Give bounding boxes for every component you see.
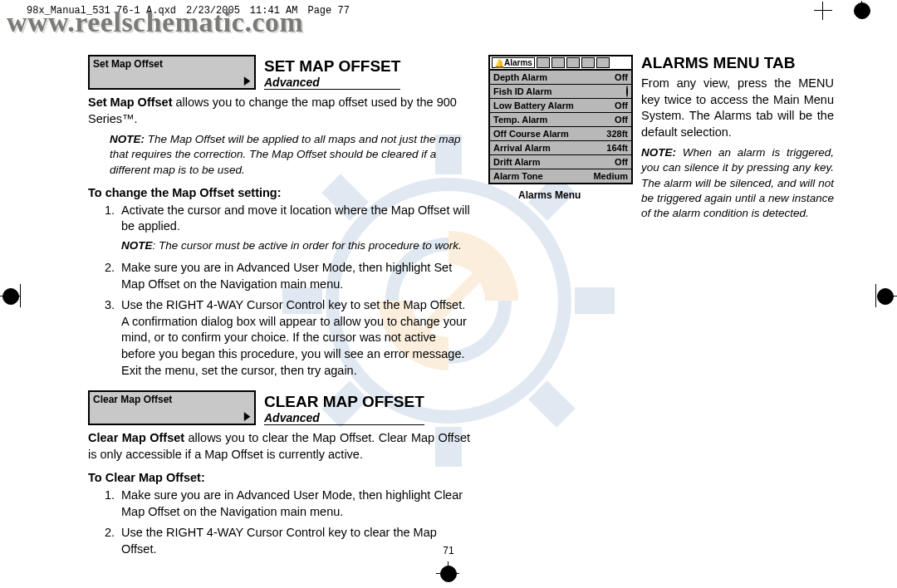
clear-map-offset-menu-illustration: Clear Map Offset ▶ xyxy=(88,390,256,425)
set-map-offset-procedure-head: To change the Map Offset setting: xyxy=(88,186,470,199)
alarms-rows: Depth AlarmOffFish ID AlarmLow Battery A… xyxy=(490,71,631,183)
section-title-set-map-offset: SET MAP OFFSET xyxy=(264,58,400,74)
alarms-menu-block: 🔔 Alarms Depth AlarmOffFish ID AlarmLow … xyxy=(488,55,633,201)
table-row: Alarm ToneMedium xyxy=(490,169,631,183)
table-row: Off Course Alarm328ft xyxy=(490,126,631,140)
table-row: Temp. AlarmOff xyxy=(490,112,631,126)
section-title-clear-map-offset: CLEAR MAP OFFSET xyxy=(264,394,424,409)
print-header-time: 11:41 AM xyxy=(250,5,298,17)
tab-mini-3-icon xyxy=(566,57,580,68)
list-item: Make sure you are in Advanced User Mode,… xyxy=(118,488,470,520)
list-item: Use the RIGHT 4-WAY Cursor Control key t… xyxy=(118,297,470,379)
table-row: Low Battery AlarmOff xyxy=(490,98,631,112)
set-map-offset-menu-illustration: Set Map Offset ▶ xyxy=(88,55,256,90)
table-row: Arrival Alarm164ft xyxy=(490,140,631,154)
right-column: 🔔 Alarms Depth AlarmOffFish ID AlarmLow … xyxy=(488,55,834,546)
table-row: Fish ID Alarm xyxy=(490,84,631,98)
alarms-menu-tabbar: 🔔 Alarms xyxy=(490,56,631,71)
set-map-offset-note: NOTE: The Map Offset will be applied to … xyxy=(110,132,470,178)
intro-bold: Clear Map Offset xyxy=(88,431,184,444)
note-text: The Map Offset will be applied to all ma… xyxy=(110,133,460,175)
note-label: NOTE: xyxy=(641,146,676,159)
alarm-row-label: Arrival Alarm xyxy=(493,143,551,153)
clear-map-offset-steps: Make sure you are in Advanced User Mode,… xyxy=(103,488,470,557)
alarm-bell-icon: 🔔 xyxy=(494,59,502,67)
page-body: Set Map Offset ▶ SET MAP OFFSET Advanced… xyxy=(88,55,834,546)
left-column: Set Map Offset ▶ SET MAP OFFSET Advanced… xyxy=(88,55,470,546)
alarm-row-value: Off xyxy=(615,72,628,82)
alarm-row-label: Off Course Alarm xyxy=(493,129,569,139)
tab-mini-2-icon xyxy=(551,57,565,68)
tab-mini-5-icon xyxy=(596,57,610,68)
right-arrow-icon: ▶ xyxy=(244,74,250,86)
step-text: Use the RIGHT 4-WAY Cursor Control key t… xyxy=(121,526,437,556)
list-item: Make sure you are in Advanced User Mode,… xyxy=(118,260,470,292)
note-label: NOTE: xyxy=(110,133,145,145)
tab-label: Alarms xyxy=(504,58,532,67)
menu-box-title: Set Map Offset xyxy=(93,58,251,70)
alarm-row-label: Alarm Tone xyxy=(493,171,543,181)
step-text: Activate the cursor and move it location… xyxy=(121,203,470,233)
alarm-row-value: Off xyxy=(615,100,628,110)
alarms-note: NOTE: When an alarm is triggered, you ca… xyxy=(641,145,834,221)
clear-map-offset-header: Clear Map Offset ▶ CLEAR MAP OFFSET Adva… xyxy=(88,390,470,425)
list-item: Activate the cursor and move it location… xyxy=(118,203,470,253)
step-text: Use the RIGHT 4-WAY Cursor Control key t… xyxy=(121,298,467,376)
alarms-menu-caption: Alarms Menu xyxy=(518,189,633,201)
set-map-offset-header: Set Map Offset ▶ SET MAP OFFSET Advanced xyxy=(88,55,470,90)
crop-cross-icon xyxy=(814,2,832,20)
alarm-row-label: Drift Alarm xyxy=(493,157,540,167)
alarm-row-label: Low Battery Alarm xyxy=(493,100,574,110)
crop-mark-bottom xyxy=(436,561,461,586)
tab-mini-4-icon xyxy=(581,57,595,68)
set-map-offset-intro: Set Map Offset allows you to change the … xyxy=(88,95,470,127)
section-subtitle-advanced: Advanced xyxy=(264,411,424,425)
right-arrow-icon: ▶ xyxy=(244,409,250,422)
fish-id-indicator-icon xyxy=(626,86,628,97)
crop-mark-right xyxy=(872,284,897,309)
note-label: NOTE xyxy=(121,239,153,252)
crop-mark-left xyxy=(0,284,25,309)
alarm-row-value: Off xyxy=(615,157,628,167)
tab-mini-1-icon xyxy=(537,57,550,68)
alarms-intro: From any view, press the MENU key twice … xyxy=(641,76,834,140)
alarm-row-label: Depth Alarm xyxy=(493,72,547,82)
print-header: 98x_Manual_531 76-1 A.qxd 2/23/2005 11:4… xyxy=(27,0,870,22)
clear-map-offset-intro: Clear Map Offset allows you to clear the… xyxy=(88,430,470,463)
clear-map-offset-procedure-head: To Clear Map Offset: xyxy=(88,471,470,484)
step-text: Make sure you are in Advanced User Mode,… xyxy=(121,261,452,291)
crop-circle-icon xyxy=(854,2,870,19)
step-note: NOTE: The cursor must be active in order… xyxy=(121,238,470,253)
alarm-row-value: Off xyxy=(615,115,628,125)
step-text: Make sure you are in Advanced User Mode,… xyxy=(121,488,463,518)
menu-box-title: Clear Map Offset xyxy=(93,394,251,405)
section-title-alarms-menu-tab: ALARMS MENU TAB xyxy=(641,55,834,71)
print-header-date: 2/23/2005 xyxy=(186,5,240,17)
list-item: Use the RIGHT 4-WAY Cursor Control key t… xyxy=(118,525,470,557)
alarms-menu-illustration: 🔔 Alarms Depth AlarmOffFish ID AlarmLow … xyxy=(488,55,633,184)
intro-bold: Set Map Offset xyxy=(88,96,173,109)
print-header-page: Page 77 xyxy=(307,5,349,17)
alarm-row-value xyxy=(626,86,628,96)
tab-alarms: 🔔 Alarms xyxy=(492,57,535,68)
print-header-file: 98x_Manual_531 76-1 A.qxd xyxy=(27,5,176,17)
section-subtitle-advanced: Advanced xyxy=(264,76,400,90)
set-map-offset-steps: Activate the cursor and move it location… xyxy=(103,203,470,379)
table-row: Drift AlarmOff xyxy=(490,154,631,169)
note-text: : The cursor must be active in order for… xyxy=(153,239,462,252)
alarm-row-value: 328ft xyxy=(606,129,628,139)
alarm-row-value: 164ft xyxy=(606,143,628,153)
alarm-row-label: Temp. Alarm xyxy=(493,115,547,125)
alarm-row-label: Fish ID Alarm xyxy=(493,86,552,96)
alarm-row-value: Medium xyxy=(593,171,628,181)
page-number: 71 xyxy=(443,545,453,556)
table-row: Depth AlarmOff xyxy=(490,71,631,84)
